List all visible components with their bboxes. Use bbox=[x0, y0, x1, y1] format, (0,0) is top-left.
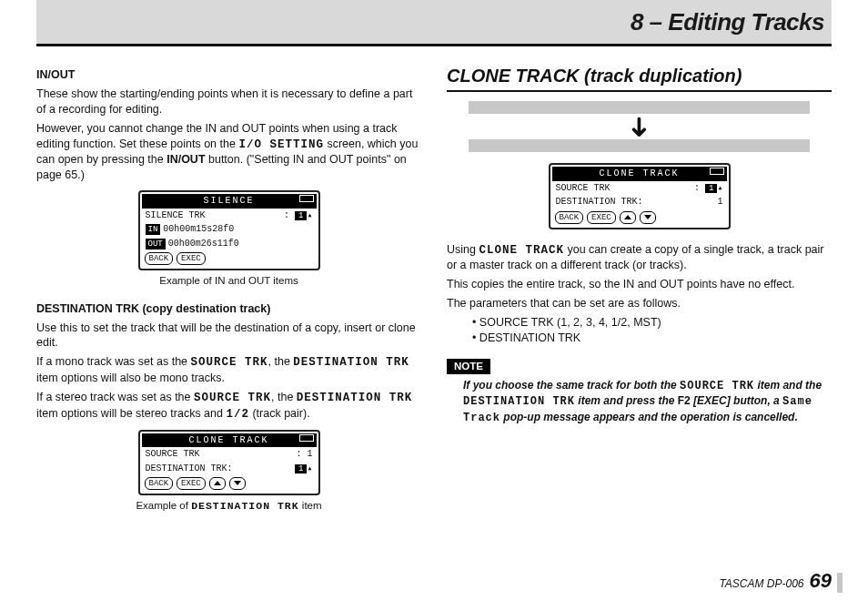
chapter-header: 8 – Editing Tracks bbox=[36, 0, 832, 44]
lcd-row-dest: DESTINATION TRK:1▴ bbox=[142, 462, 317, 476]
lcd-row-source: SOURCE TRK: 1 bbox=[142, 447, 317, 462]
down-arrow-icon: ➜ bbox=[631, 113, 649, 140]
fig2-caption: Example of DESTINATION TRK item bbox=[36, 499, 421, 514]
lcd-back-btn: BACK bbox=[145, 477, 174, 490]
lcd-row-source: SOURCE TRK: 1▴ bbox=[552, 181, 727, 196]
note-body: If you choose the same track for both th… bbox=[463, 378, 832, 425]
content-columns: IN/OUT These show the starting/ending po… bbox=[0, 44, 868, 514]
inout-heading: IN/OUT bbox=[36, 67, 421, 83]
lcd-up-btn bbox=[209, 477, 226, 490]
lcd-footer: BACK EXEC bbox=[552, 209, 727, 226]
lcd-row-silence-trk: SILENCE TRK: 1▴ bbox=[142, 209, 317, 223]
lcd-box: CLONE TRACK SOURCE TRK: 1 DESTINATION TR… bbox=[138, 430, 320, 496]
section-heading: CLONE TRACK (track duplication) bbox=[447, 64, 832, 88]
right-column: CLONE TRACK (track duplication) ➜ .down-… bbox=[447, 64, 832, 514]
lcd-exec-btn: EXEC bbox=[177, 477, 206, 490]
battery-icon bbox=[299, 434, 314, 442]
flow-bar-bottom bbox=[469, 139, 810, 152]
lcd-title: CLONE TRACK bbox=[142, 433, 317, 448]
lcd-footer: BACK EXEC bbox=[142, 475, 317, 492]
clone-p2: This copies the entire track, so the IN … bbox=[447, 277, 832, 292]
clone-p3: The parameters that can be set are as fo… bbox=[447, 296, 832, 311]
figure-clone-screen-right: CLONE TRACK SOURCE TRK: 1▴ DESTINATION T… bbox=[549, 163, 731, 229]
dest-heading: DESTINATION TRK (copy destination track) bbox=[36, 301, 421, 317]
io-setting-text: I/O SETTING bbox=[238, 138, 324, 151]
lcd-footer: BACK EXEC bbox=[142, 250, 317, 267]
lcd-title: SILENCE bbox=[142, 194, 317, 209]
lcd-exec-btn: EXEC bbox=[177, 252, 206, 265]
dest-p3: If a stereo track was set as the SOURCE … bbox=[36, 390, 421, 423]
left-column: IN/OUT These show the starting/ending po… bbox=[36, 64, 421, 514]
section-rule bbox=[447, 90, 832, 92]
battery-icon bbox=[299, 195, 314, 202]
fig1-caption: Example of IN and OUT items bbox=[36, 274, 421, 289]
footer-tab-mark bbox=[837, 573, 843, 593]
lcd-back-btn: BACK bbox=[145, 252, 174, 265]
chapter-title: 8 – Editing Tracks bbox=[631, 8, 832, 36]
lcd-down-btn bbox=[640, 211, 656, 224]
lcd-down-btn bbox=[229, 477, 246, 490]
dest-p2: If a mono track was set as the SOURCE TR… bbox=[36, 354, 421, 386]
lcd-row-in: IN00h00m15s28f0 bbox=[142, 222, 317, 237]
lcd-up-btn bbox=[620, 211, 636, 224]
page-footer: TASCAM DP-006 69 bbox=[719, 569, 832, 593]
lcd-box: CLONE TRACK SOURCE TRK: 1▴ DESTINATION T… bbox=[549, 163, 731, 229]
lcd-back-btn: BACK bbox=[555, 211, 584, 224]
param-dest: DESTINATION TRK bbox=[472, 331, 832, 346]
lcd-box: SILENCE SILENCE TRK: 1▴ IN00h00m15s28f0 … bbox=[138, 190, 320, 270]
clone-p1: Using CLONE TRACK you can create a copy … bbox=[447, 242, 832, 274]
lcd-row-dest: DESTINATION TRK:1 bbox=[552, 195, 727, 209]
lcd-row-out: OUT00h00m26s11f0 bbox=[142, 237, 317, 251]
footer-model: TASCAM DP-006 bbox=[719, 577, 803, 590]
note-label: NOTE bbox=[447, 359, 490, 375]
dest-p1: Use this to set the track that will be t… bbox=[36, 321, 421, 351]
inout-button-ref: IN/OUT bbox=[167, 153, 205, 166]
param-list: SOURCE TRK (1, 2, 3, 4, 1/2, MST) DESTIN… bbox=[472, 315, 832, 346]
lcd-title: CLONE TRACK bbox=[552, 167, 727, 181]
param-source: SOURCE TRK (1, 2, 3, 4, 1/2, MST) bbox=[472, 315, 832, 331]
header-rule bbox=[36, 44, 832, 46]
figure-clone-screen-left: CLONE TRACK SOURCE TRK: 1 DESTINATION TR… bbox=[138, 430, 320, 496]
page-number: 69 bbox=[810, 569, 832, 593]
inout-p1: These show the starting/ending points wh… bbox=[36, 87, 421, 117]
battery-icon bbox=[710, 168, 724, 175]
inout-p2: However, you cannot change the IN and OU… bbox=[36, 121, 421, 184]
lcd-exec-btn: EXEC bbox=[587, 211, 616, 224]
figure-silence-screen: SILENCE SILENCE TRK: 1▴ IN00h00m15s28f0 … bbox=[138, 190, 320, 270]
flow-bar-top bbox=[469, 101, 810, 114]
